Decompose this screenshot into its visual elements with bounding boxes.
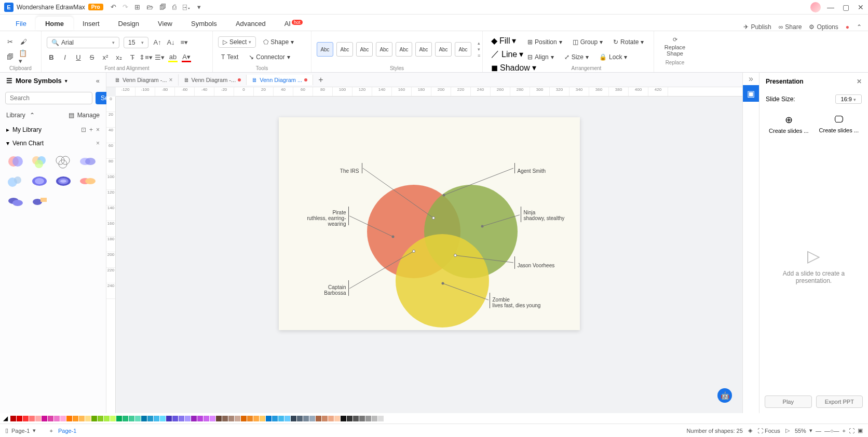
more-icon[interactable]: ▾	[197, 3, 201, 11]
zoom-slider[interactable]: —○—	[824, 428, 839, 434]
create-slides-auto-button[interactable]: ⊕ Create slides ...	[766, 111, 812, 137]
color-swatch[interactable]	[172, 416, 178, 421]
redo-icon[interactable]: ↷	[123, 3, 128, 11]
expand-mylib-icon[interactable]: ▸	[6, 126, 9, 133]
color-swatch[interactable]	[10, 416, 16, 421]
options-button[interactable]: ⚙ Options	[809, 23, 838, 31]
create-slides-selection-button[interactable]: 🖵 Create slides ...	[816, 111, 862, 137]
close-icon[interactable]: ✕	[858, 3, 864, 11]
color-swatch[interactable]	[284, 416, 290, 421]
style-gallery[interactable]: AbcAbcAbcAbcAbcAbcAbcAbc	[317, 42, 471, 57]
undo-icon[interactable]: ↶	[111, 3, 116, 11]
zoom-out-icon[interactable]: —	[816, 428, 821, 434]
color-swatch[interactable]	[216, 416, 222, 421]
color-swatch[interactable]	[359, 416, 365, 421]
font-size-select[interactable]: 15▾	[124, 37, 148, 48]
share-button[interactable]: ∞ Share	[779, 23, 802, 31]
color-swatch[interactable]	[79, 416, 85, 421]
subscript-icon[interactable]: x₂	[114, 53, 124, 62]
add-tab-icon[interactable]: +	[313, 75, 328, 85]
color-swatch[interactable]	[204, 416, 209, 421]
color-swatch[interactable]	[372, 416, 377, 421]
tab-home[interactable]: Home	[36, 17, 73, 31]
label-irs[interactable]: The IRS	[333, 168, 359, 174]
venn-thumb[interactable]	[53, 173, 74, 189]
publish-button[interactable]: ✈ Publish	[743, 23, 771, 31]
color-swatch[interactable]	[297, 416, 303, 421]
style-swatch[interactable]: Abc	[336, 42, 353, 57]
maximize-icon[interactable]: ▢	[843, 3, 849, 11]
color-swatch[interactable]	[147, 416, 153, 421]
color-swatch[interactable]	[260, 416, 265, 421]
style-swatch[interactable]: Abc	[435, 42, 452, 57]
color-swatch[interactable]	[104, 416, 110, 421]
superscript-icon[interactable]: x²	[101, 53, 110, 62]
color-swatch[interactable]	[17, 416, 22, 421]
color-swatch[interactable]	[309, 416, 315, 421]
style-swatch[interactable]: Abc	[455, 42, 471, 57]
color-swatch[interactable]	[35, 416, 41, 421]
color-swatch[interactable]	[365, 416, 371, 421]
color-swatch[interactable]	[241, 416, 247, 421]
tab-symbols[interactable]: Symbols	[182, 17, 226, 31]
color-swatch[interactable]	[98, 416, 103, 421]
lock-button[interactable]: 🔒 Lock▾	[596, 52, 630, 62]
group-button[interactable]: ◫ Group▾	[569, 37, 606, 47]
help-icon[interactable]: ●	[846, 23, 849, 31]
color-swatch[interactable]	[322, 416, 328, 421]
style-swatch[interactable]: Abc	[396, 42, 412, 57]
color-swatch[interactable]	[73, 416, 78, 421]
line-spacing-icon[interactable]: ⇕≡▾	[141, 53, 151, 62]
play-preview-icon[interactable]: ▷	[785, 427, 790, 434]
clear-format-icon[interactable]: T̵	[128, 53, 137, 62]
tab-ai[interactable]: AIhot	[275, 17, 312, 31]
text-tool[interactable]: T Text	[218, 52, 241, 62]
venn-thumb[interactable]	[5, 153, 26, 170]
play-button[interactable]: Play	[765, 395, 812, 408]
library-collapse-icon[interactable]: ⌃	[30, 112, 35, 119]
align-button[interactable]: ⊟ Align▾	[524, 52, 557, 62]
mylib-label[interactable]: My Library	[12, 126, 42, 133]
venn-thumb[interactable]	[53, 153, 74, 170]
style-swatch[interactable]: Abc	[376, 42, 392, 57]
color-swatch[interactable]	[129, 416, 134, 421]
italic-icon[interactable]: I	[60, 53, 70, 62]
color-swatch[interactable]	[341, 416, 346, 421]
align-menu-icon[interactable]: ≡▾	[180, 38, 189, 47]
style-swatch[interactable]: Abc	[415, 42, 432, 57]
color-swatch[interactable]	[179, 416, 184, 421]
tab-view[interactable]: View	[148, 17, 182, 31]
grow-font-icon[interactable]: A↑	[153, 38, 162, 47]
color-swatch[interactable]	[185, 416, 191, 421]
format-painter-icon[interactable]: 🖌	[19, 37, 28, 47]
venn-thumb[interactable]	[77, 173, 98, 189]
tab-design[interactable]: Design	[109, 17, 148, 31]
print-icon[interactable]: ⎙	[172, 3, 177, 11]
manage-icon[interactable]: ▤	[69, 112, 74, 119]
highlight-icon[interactable]: ab	[168, 53, 178, 62]
canvas[interactable]: The IRS Agent Smith Pirate ruthless, ear…	[116, 97, 742, 413]
label-pirate[interactable]: Pirate ruthless, earring- wearing	[294, 210, 346, 227]
color-swatch[interactable]	[60, 416, 66, 421]
font-family-select[interactable]: 🔍Arial▾	[47, 37, 119, 48]
eyedropper-icon[interactable]: ◢	[3, 415, 8, 422]
color-swatch[interactable]	[110, 416, 116, 421]
open-icon[interactable]: 🗁	[146, 3, 153, 11]
color-swatch[interactable]	[135, 416, 141, 421]
collapse-ribbon-icon[interactable]: ⌃	[857, 23, 862, 31]
new-icon[interactable]: ⊞	[134, 3, 140, 11]
line-button[interactable]: ／ Line▾	[488, 47, 514, 61]
venn-thumb[interactable]	[77, 153, 98, 170]
connector-tool[interactable]: ↘ Connector▾	[246, 52, 293, 62]
doc-tab[interactable]: 🗎Venn Diagram ...	[247, 75, 313, 85]
search-input[interactable]	[5, 92, 92, 104]
tab-insert[interactable]: Insert	[73, 17, 109, 31]
color-swatch[interactable]	[29, 416, 35, 421]
venn-thumb[interactable]	[5, 193, 26, 209]
color-swatch[interactable]	[316, 416, 321, 421]
presentation-tab-icon[interactable]: ▣	[743, 85, 759, 102]
color-swatch[interactable]	[272, 416, 278, 421]
hamburger-icon[interactable]: ☰	[6, 77, 12, 85]
color-swatch[interactable]	[160, 416, 166, 421]
color-swatch[interactable]	[334, 416, 340, 421]
